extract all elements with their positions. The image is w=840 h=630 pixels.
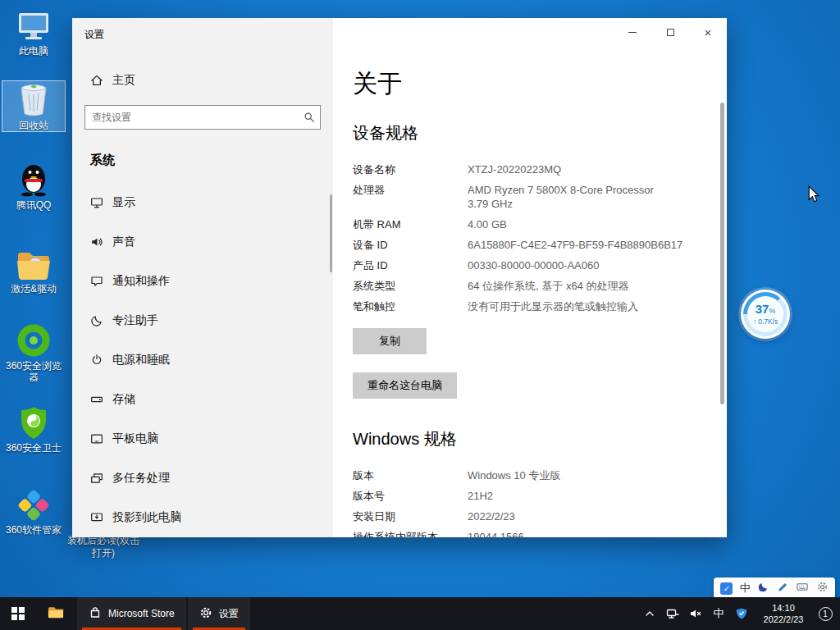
spec-label: 设备名称 [353, 162, 468, 176]
settings-window: 设置 × 主页 系统 显示 [72, 18, 727, 537]
taskbar-app-label: 设置 [219, 607, 239, 621]
360-speed-ball[interactable]: 37% ↑ 0.7K/s [741, 290, 790, 339]
sidebar-section-title: 系统 [90, 153, 333, 168]
file-explorer-button[interactable] [36, 597, 75, 630]
spec-label: 操作系统内部版本 [353, 530, 468, 537]
qq-penguin-icon [2, 161, 66, 197]
tray-date: 2022/2/23 [755, 614, 812, 625]
desktop-icon-360-browser[interactable]: 360安全浏览器 [2, 322, 66, 383]
desktop-icon-recycle-bin[interactable]: 回收站 [2, 80, 66, 132]
focus-assist-icon [90, 314, 103, 327]
360-shield-icon [2, 404, 66, 440]
sound-icon [90, 235, 103, 249]
sidebar-item-display[interactable]: 显示 [72, 183, 333, 222]
spec-value-line2: 3.79 GHz [468, 197, 697, 211]
spec-value: 19044.1566 [468, 530, 697, 537]
tray-ime-indicator[interactable]: 中 [709, 597, 728, 630]
desktop-icon-label: 回收站 [2, 120, 65, 131]
up-arrow-icon: ↑ [753, 317, 756, 326]
start-button[interactable] [0, 597, 36, 630]
windows-spec-section-title: Windows 规格 [353, 428, 697, 450]
spec-value: Windows 10 专业版 [468, 468, 697, 482]
ime-keyboard-icon[interactable] [796, 581, 809, 596]
spec-row-processor: 处理器 AMD Ryzen 7 5800X 8-Core Processor 3… [353, 183, 697, 211]
sidebar-item-notifications[interactable]: 通知和操作 [72, 262, 333, 301]
close-icon: × [705, 26, 712, 39]
sidebar-item-multitasking[interactable]: 多任务处理 [72, 459, 333, 498]
minimize-button[interactable] [614, 18, 651, 46]
sidebar-item-storage[interactable]: 存储 [72, 380, 333, 419]
spec-value: XTZJ-20220223MQ [468, 162, 697, 176]
desktop-icon-tencent-qq[interactable]: 腾讯QQ [2, 161, 66, 211]
network-icon[interactable] [663, 597, 682, 630]
home-icon [90, 74, 103, 87]
tray-expand-button[interactable] [640, 597, 660, 630]
notification-badge: 1 [819, 607, 833, 621]
spec-value: 2022/2/23 [468, 509, 697, 523]
sidebar-item-sound[interactable]: 声音 [72, 222, 333, 262]
spec-row-edition: 版本 Windows 10 专业版 [353, 468, 697, 482]
action-center-button[interactable]: 1 [815, 597, 835, 630]
copy-button[interactable]: 复制 [353, 328, 427, 354]
desktop-icon-readme[interactable]: 装机后必读(双击打开) [66, 535, 141, 559]
sidebar-scrollbar-thumb[interactable] [330, 194, 332, 272]
desktop-icon-360-manager[interactable]: 360软件管家 [2, 486, 66, 536]
sidebar-item-label: 专注助手 [112, 313, 158, 328]
minimize-icon [628, 32, 637, 33]
storage-icon [90, 393, 103, 406]
ime-pen-icon[interactable] [777, 581, 789, 596]
ime-mode-toggle[interactable]: 中 [740, 581, 751, 596]
spec-value: 64 位操作系统, 基于 x64 的处理器 [468, 279, 697, 293]
maximize-button[interactable] [651, 18, 689, 46]
settings-sidebar: 主页 系统 显示 声音 [72, 18, 333, 537]
about-page: 关于 设备规格 设备名称 XTZJ-20220223MQ 处理器 AMD Ryz… [333, 18, 727, 537]
store-icon [89, 606, 102, 622]
close-button[interactable]: × [689, 18, 727, 46]
window-title: 设置 [84, 28, 104, 42]
desktop-icon-360-safe[interactable]: 360安全卫士 [2, 404, 66, 454]
sidebar-home-label: 主页 [112, 73, 135, 88]
search-input[interactable] [85, 106, 299, 129]
sidebar-item-label: 投影到此电脑 [112, 510, 181, 525]
taskbar-clock[interactable]: 14:10 2022/2/23 [755, 597, 812, 630]
spec-row-system-type: 系统类型 64 位操作系统, 基于 x64 的处理器 [353, 279, 697, 293]
sidebar-item-focus-assist[interactable]: 专注助手 [72, 301, 333, 340]
spec-row-product-id: 产品 ID 00330-80000-00000-AA060 [353, 258, 697, 272]
security-shield-icon[interactable] [732, 597, 751, 630]
desktop-icon-this-pc[interactable]: 此电脑 [2, 7, 66, 57]
projecting-icon [90, 511, 103, 524]
taskbar-app-settings[interactable]: 设置 [188, 597, 250, 630]
sidebar-item-power-sleep[interactable]: 电源和睡眠 [72, 340, 333, 380]
ime-moon-icon[interactable] [757, 581, 769, 596]
spec-value: 00330-80000-00000-AA060 [468, 258, 697, 272]
ime-settings-icon[interactable] [816, 581, 829, 596]
sidebar-item-tablet[interactable]: 平板电脑 [72, 419, 333, 459]
sidebar-item-label: 显示 [112, 195, 135, 210]
desktop-icon-activate-driver[interactable]: 激活&驱动 [2, 244, 66, 294]
spec-row-os-build: 操作系统内部版本 19044.1566 [353, 530, 697, 537]
spec-label: 设备 ID [353, 238, 468, 252]
sidebar-item-projecting[interactable]: 投影到此电脑 [72, 498, 333, 537]
settings-search-box[interactable] [84, 105, 321, 130]
desktop-icon-label: 激活&驱动 [2, 283, 66, 294]
taskbar-app-store[interactable]: Microsoft Store [77, 597, 186, 630]
speed-ball-core: 37% ↑ 0.7K/s [747, 296, 783, 332]
search-icon [299, 111, 320, 124]
spec-label: 笔和触控 [353, 299, 468, 313]
system-tray: 中 14:10 2022/2/23 1 [640, 597, 840, 630]
spec-value: 21H2 [468, 489, 697, 503]
rename-pc-button[interactable]: 重命名这台电脑 [353, 372, 457, 399]
sidebar-item-home[interactable]: 主页 [72, 66, 333, 95]
display-icon [90, 196, 103, 209]
device-spec-section-title: 设备规格 [353, 122, 697, 144]
tray-time: 14:10 [755, 602, 812, 614]
spec-label: 产品 ID [353, 258, 468, 272]
tablet-icon [90, 432, 103, 445]
spec-label: 处理器 [353, 183, 468, 211]
this-pc-icon [2, 7, 66, 43]
360-pinwheel-icon [2, 486, 66, 522]
ime-logo-icon[interactable]: ✓ [720, 582, 733, 595]
volume-muted-icon[interactable] [686, 597, 705, 630]
spec-value: 没有可用于此显示器的笔或触控输入 [468, 299, 697, 313]
content-scrollbar-thumb[interactable] [720, 103, 724, 404]
